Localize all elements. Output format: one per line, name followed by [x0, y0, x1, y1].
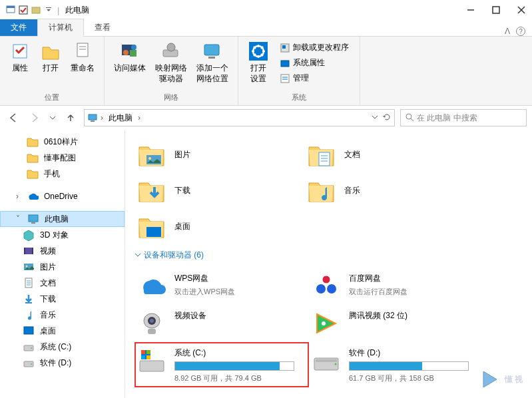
dl-icon: [23, 293, 35, 305]
sidebar-item-label: 0610样片: [44, 136, 78, 148]
nav-back-icon[interactable]: [5, 110, 21, 126]
refresh-icon[interactable]: [382, 112, 392, 124]
navbar: › 此电脑 › 在 此电脑 中搜索: [0, 106, 532, 130]
folder-item-music[interactable]: 音乐: [304, 172, 474, 208]
sidebar-item-label: 手机: [44, 168, 60, 180]
nav-up-icon[interactable]: [63, 110, 79, 126]
tab-file[interactable]: 文件: [0, 19, 37, 36]
svg-rect-33: [29, 215, 38, 222]
address-dropdown-icon[interactable]: [372, 113, 378, 122]
svg-rect-26: [281, 75, 289, 83]
folder-item-desk[interactable]: 桌面: [134, 208, 304, 244]
svg-point-39: [26, 266, 28, 268]
sidebar-item-drive[interactable]: 系统 (C:): [0, 339, 125, 355]
folder-item-pic[interactable]: 图片: [134, 136, 304, 172]
doc-icon: [23, 277, 35, 289]
svg-point-14: [131, 45, 136, 50]
drive-item[interactable]: WPS网盘双击进入WPS网盘: [134, 268, 309, 305]
expand-icon[interactable]: ˅: [14, 214, 22, 224]
close-button[interactable]: [516, 5, 527, 15]
folder-icon: [27, 152, 39, 164]
titlebar: | 此电脑: [0, 0, 532, 20]
section-header-drives[interactable]: 设备和驱动器 (6): [134, 244, 523, 268]
drive-item[interactable]: 视频设备: [134, 305, 309, 342]
btn-open-settings[interactable]: 打开 设置: [244, 38, 273, 91]
btn-properties[interactable]: 属性: [5, 38, 35, 91]
svg-rect-35: [24, 248, 33, 254]
search-icon: [405, 112, 414, 124]
sidebar-item-dl[interactable]: 下载: [0, 291, 125, 307]
sidebar-item-music[interactable]: 音乐: [0, 307, 125, 323]
btn-access-media[interactable]: 访问媒体: [110, 38, 150, 91]
sidebar-item-onedrive[interactable]: ›OneDrive: [0, 188, 125, 204]
svg-rect-45: [24, 327, 33, 334]
folder-item-doc[interactable]: 文档: [304, 136, 474, 172]
sidebar-item-pic[interactable]: 图片: [0, 259, 125, 275]
content: 图片文档下载音乐桌面 设备和驱动器 (6) WPS网盘双击进入WPS网盘百度网盘…: [125, 130, 532, 398]
sidebar-item-pc[interactable]: ˅此电脑: [0, 211, 125, 227]
crumb-root[interactable]: 此电脑: [106, 112, 135, 124]
svg-point-64: [150, 319, 154, 323]
tencent-icon: [312, 309, 341, 338]
music-icon: [307, 176, 335, 204]
folder-label: 桌面: [174, 221, 190, 232]
sidebar-item-folder[interactable]: 0610样片: [0, 134, 125, 150]
qat-folder-icon[interactable]: [31, 5, 41, 15]
drive-item[interactable]: 软件 (D:)61.7 GB 可用，共 158 GB: [309, 342, 483, 387]
svg-point-31: [406, 114, 411, 119]
drive-item[interactable]: 百度网盘双击运行百度网盘: [309, 268, 483, 305]
folder-item-dl[interactable]: 下载: [134, 172, 304, 208]
address-bar[interactable]: › 此电脑 ›: [84, 109, 395, 126]
search-placeholder: 在 此电脑 中搜索: [417, 112, 477, 124]
sidebar-item-doc[interactable]: 文档: [0, 275, 125, 291]
ribbon-group-location: 属性 打开 重命名 位置: [0, 37, 105, 105]
sidebar-item-label: 懂事配图: [44, 152, 76, 164]
drive-item[interactable]: 系统 (C:)8.92 GB 可用，共 79.4 GB: [134, 342, 309, 387]
svg-point-60: [327, 284, 336, 294]
folder-label: 下载: [174, 185, 190, 196]
sidebar-item-folder[interactable]: 手机: [0, 166, 125, 182]
search-input[interactable]: 在 此电脑 中搜索: [400, 109, 527, 126]
expand-icon[interactable]: ›: [13, 192, 21, 201]
btn-open[interactable]: 打开: [36, 38, 65, 91]
btn-add-net-loc[interactable]: 添加一个 网络位置: [192, 38, 232, 91]
ribbon-group-system: 打开 设置 卸载或更改程序 系统属性 管理 系统: [238, 37, 360, 105]
sidebar-item-drive[interactable]: 软件 (D:): [0, 355, 125, 371]
baidu-icon: [312, 272, 341, 301]
btn-map-drive[interactable]: 映射网络 驱动器: [151, 38, 191, 91]
sidebar-item-label: 系统 (C:): [40, 341, 71, 353]
maximize-button[interactable]: [491, 5, 501, 15]
svg-rect-25: [281, 61, 289, 67]
btn-manage[interactable]: 管理: [278, 71, 350, 85]
svg-rect-70: [146, 350, 150, 354]
sidebar: 0610样片懂事配图手机›OneDrive˅此电脑3D 对象视频图片文档下载音乐…: [0, 130, 125, 398]
svg-point-50: [31, 363, 32, 365]
drive-name: 视频设备: [174, 310, 306, 321]
btn-sys-props[interactable]: 系统属性: [278, 56, 350, 70]
minimize-button[interactable]: [465, 5, 476, 15]
nav-forward-icon[interactable]: [27, 110, 43, 126]
qat-dropdown-icon[interactable]: [43, 5, 54, 15]
sidebar-item-3d[interactable]: 3D 对象: [0, 227, 125, 243]
sidebar-item-folder[interactable]: 懂事配图: [0, 150, 125, 166]
drive-space-text: 8.92 GB 可用，共 79.4 GB: [174, 373, 306, 383]
sidebar-item-label: 音乐: [40, 309, 56, 321]
tab-computer[interactable]: 计算机: [37, 19, 84, 37]
drive-item[interactable]: 腾讯视频 (32 位): [309, 305, 483, 342]
sysdrive-icon: [137, 346, 166, 375]
watermark: 懂 视: [479, 369, 523, 390]
sidebar-item-desk[interactable]: 桌面: [0, 323, 125, 339]
tab-view[interactable]: 查看: [84, 19, 121, 36]
btn-uninstall[interactable]: 卸载或更改程序: [278, 41, 350, 55]
svg-rect-19: [204, 45, 219, 55]
ribbon: 属性 打开 重命名 位置 访问媒体 映射网络 驱动器 添加一个 网络位置 网络 …: [0, 37, 532, 106]
btn-rename[interactable]: 重命名: [67, 38, 99, 91]
qat-checkbox-icon[interactable]: [18, 5, 29, 15]
svg-point-66: [322, 321, 326, 325]
crumb-sep-icon[interactable]: ›: [101, 113, 103, 122]
ribbon-collapse-icon[interactable]: ᐱ ?: [505, 27, 532, 37]
nav-history-icon[interactable]: [48, 110, 57, 126]
crumb-sep-icon[interactable]: ›: [138, 113, 140, 122]
sidebar-item-video[interactable]: 视频: [0, 243, 125, 259]
sidebar-item-label: 软件 (D:): [40, 357, 71, 369]
